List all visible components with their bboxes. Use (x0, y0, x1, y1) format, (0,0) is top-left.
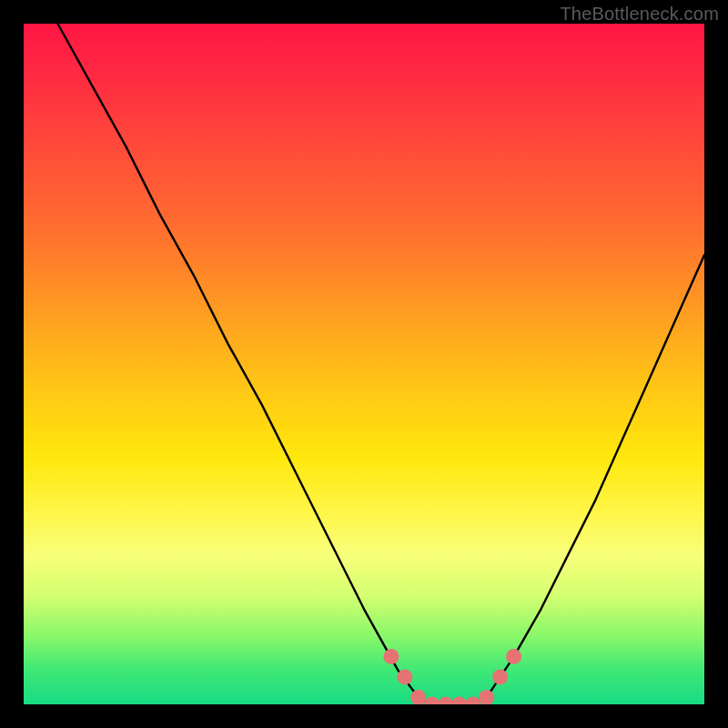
bottleneck-curve (57, 24, 704, 704)
curve-marker (383, 649, 399, 664)
chart-frame (24, 24, 704, 704)
curve-marker (492, 670, 508, 685)
curve-marker (451, 697, 467, 705)
curve-marker (479, 690, 494, 704)
curve-marker (424, 697, 440, 705)
curve-marker (506, 649, 521, 664)
marker-group (383, 649, 521, 704)
attribution-label: TheBottleneck.com (560, 4, 719, 25)
curve-marker (465, 697, 480, 705)
curve-marker (397, 670, 412, 685)
curve-marker (438, 697, 453, 705)
chart-overlay (24, 24, 704, 704)
